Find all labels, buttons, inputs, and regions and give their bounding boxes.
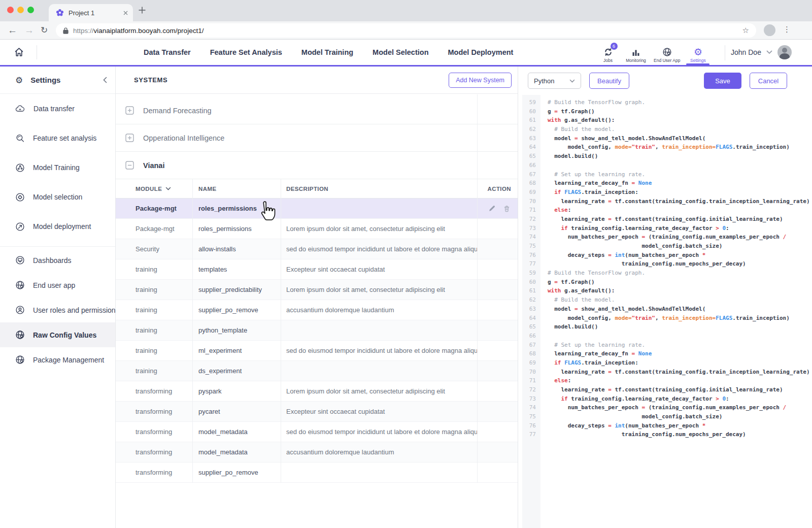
settings-sidebar: ⚙ Settings Data transfer Feature set ana… [0, 67, 116, 528]
code-line: 74 num_batches_per_epoch = (training_con… [518, 403, 812, 412]
settings-button[interactable]: ⚙ Settings [687, 46, 709, 63]
table-row[interactable]: trainingsupplier_predictabilityLorem ips… [116, 280, 518, 300]
code-line: 69 if FLAGS.train_inception: [518, 358, 812, 368]
nav-model-deployment[interactable]: Model Deployment [448, 48, 514, 56]
add-new-system-button[interactable]: Add New System [449, 73, 512, 88]
code-line: 71 else: [518, 206, 812, 215]
config-table-body: Package-mgtroles_permissionsPackage-mgtr… [116, 199, 518, 483]
table-row[interactable]: trainingds_experiment [116, 361, 518, 381]
address-bar[interactable]: https://vianaiplatform.booyah.com/projec… [56, 23, 756, 38]
code-line: 77 training_config.num_epochs_per_decay) [518, 259, 812, 269]
table-row[interactable]: transformingpycaretExcepteur sint occaec… [116, 402, 518, 422]
table-row[interactable]: Securityallow-installssed do eiusmod tem… [116, 239, 518, 259]
line-number: 69 [522, 188, 540, 197]
reload-button[interactable]: ↻ [41, 23, 48, 38]
browser-menu-icon[interactable]: ⋮ [783, 25, 791, 34]
monitoring-button[interactable]: Monitoring [625, 46, 647, 63]
group-operational-intelligence[interactable]: Opperational Intelligence [116, 124, 518, 152]
sidebar-item-model-training[interactable]: Model Training [0, 153, 115, 182]
beautify-button[interactable]: Beautify [589, 73, 629, 89]
name-cell: model_metadata [192, 428, 281, 436]
module-cell: training [116, 266, 192, 273]
line-number: 66 [522, 332, 540, 341]
sidebar-item-raw-config-values[interactable]: Raw Config Values [0, 322, 115, 347]
column-header-module[interactable]: MODULE [116, 186, 192, 192]
tab-close-icon[interactable] [123, 11, 128, 15]
forward-button[interactable]: → [24, 23, 34, 38]
table-row[interactable]: Package-mgtroles_permissions [116, 199, 518, 219]
table-row[interactable]: transformingmodel_metadatased do eiusmod… [116, 422, 518, 442]
code-line: 67 # Set up the learning rate. [518, 170, 812, 179]
new-tab-button[interactable] [138, 6, 146, 14]
window-zoom-button[interactable] [27, 7, 34, 13]
module-cell: training [116, 347, 192, 354]
line-number: 61 [522, 116, 540, 125]
user-menu[interactable]: John Doe [731, 40, 792, 65]
language-select[interactable]: Python [528, 73, 581, 89]
end-user-app-button[interactable]: End User App [653, 46, 681, 63]
browser-profile-avatar[interactable] [764, 24, 775, 36]
table-row[interactable]: trainingpython_template [116, 320, 518, 341]
edit-icon[interactable] [488, 205, 496, 212]
sidebar-item-end-user-app[interactable]: End user app [0, 273, 115, 298]
sidebar-item-package-management[interactable]: Package Management [0, 347, 115, 372]
sidebar-item-user-roles[interactable]: User roles and permissions [0, 298, 115, 322]
code-line: 62 # Build the model. [518, 125, 812, 134]
table-row[interactable]: transformingsupplier_po_remove [116, 463, 518, 483]
group-vianai[interactable]: Vianai [116, 152, 518, 179]
nav-model-selection[interactable]: Model Selection [373, 48, 428, 56]
save-button[interactable]: Save [704, 73, 741, 89]
code-text: model = show_and_tell_model.ShowAndTellM… [540, 305, 705, 314]
table-row[interactable]: trainingsupplier_po_removeaccusantium do… [116, 300, 518, 320]
code-text: g = tf.Graph() [540, 107, 595, 116]
code-line: 60g = tf.Graph() [518, 278, 812, 287]
back-button[interactable]: ← [8, 23, 17, 38]
sidebar-item-data-transfer[interactable]: Data transfer [0, 94, 115, 123]
code-line: 64 model_config, mode="train", train_inc… [518, 143, 812, 152]
tab-title: Project 1 [69, 9, 123, 17]
code-text: training_config.num_epochs_per_decay) [540, 259, 746, 269]
sidebar-item-feature-set-analysis[interactable]: Feature set analysis [0, 123, 115, 153]
table-row[interactable]: trainingtemplatesExcepteur sint occaecat… [116, 259, 518, 280]
name-cell: supplier_predictability [192, 286, 281, 293]
sidebar-item-model-selection[interactable]: Model selection [0, 182, 115, 212]
table-row[interactable]: Package-mgtroles_permissionsLorem ipsum … [116, 219, 518, 239]
line-number: 65 [522, 152, 540, 161]
bookmark-star-icon[interactable]: ☆ [742, 26, 749, 35]
home-icon[interactable] [14, 47, 24, 57]
group-demand-forecasting[interactable]: Demand Forecasting [116, 97, 518, 124]
code-text: # Build the model. [540, 295, 615, 305]
table-row[interactable]: transformingmodel_metadataaccusantium do… [116, 442, 518, 463]
sidebar-item-dashboards[interactable]: Dashboards [0, 248, 115, 273]
code-text: model_config.batch_size) [540, 412, 722, 421]
nav-feature-set-analysis[interactable]: Feature Set Analysis [210, 48, 282, 56]
cancel-button[interactable]: Cancel [750, 73, 787, 89]
table-row[interactable]: trainingml_experimentsed do eiusmod temp… [116, 341, 518, 361]
sidebar-item-model-deployment[interactable]: Model deployment [0, 212, 115, 241]
browser-tab[interactable]: Project 1 [49, 4, 133, 21]
window-minimize-button[interactable] [17, 7, 24, 13]
search-icon [15, 134, 25, 143]
table-row[interactable]: transformingpysparkLorem ipsum dolor sit… [116, 381, 518, 402]
expand-plus-icon[interactable] [125, 106, 134, 115]
code-text: learning_rate = tf.constant(training_con… [540, 197, 810, 206]
module-cell: training [116, 286, 192, 293]
line-number: 62 [522, 295, 540, 305]
jobs-button[interactable]: 6 Jobs [597, 46, 619, 63]
sidebar-collapse-icon[interactable] [103, 77, 107, 83]
action-cell [477, 205, 518, 212]
nav-model-training[interactable]: Model Training [301, 48, 353, 56]
nav-data-transfer[interactable]: Data Transfer [144, 48, 191, 56]
code-text: learning_rate = tf.constant(training_con… [540, 368, 810, 377]
code-editor[interactable]: 59# Build the TensorFlow graph.60g = tf.… [518, 95, 812, 528]
code-line: 72 learning_rate = tf.constant(training_… [518, 385, 812, 394]
line-number: 60 [522, 278, 540, 287]
name-cell: pycaret [192, 408, 281, 415]
expand-plus-icon[interactable] [125, 134, 134, 142]
code-text: if training_config.learning_rate_decay_f… [540, 224, 729, 233]
collapse-minus-icon[interactable] [125, 161, 134, 170]
user-circle-icon [15, 305, 25, 315]
delete-icon[interactable] [503, 205, 511, 212]
window-close-button[interactable] [7, 7, 14, 13]
line-number: 74 [522, 233, 540, 242]
